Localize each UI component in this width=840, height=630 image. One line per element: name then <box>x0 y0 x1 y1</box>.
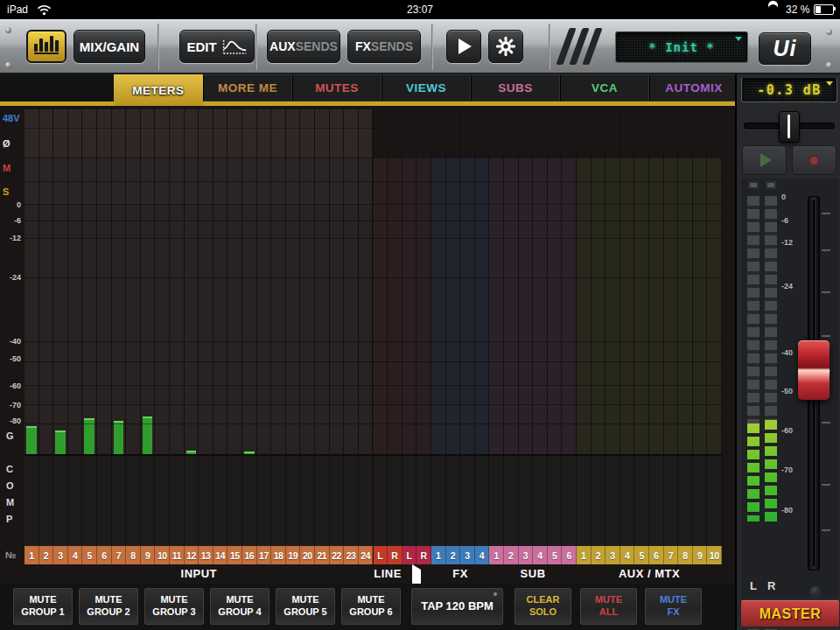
comp-zone <box>315 454 329 546</box>
screw-icon <box>826 29 832 35</box>
tab-automix[interactable]: AUTOMIX <box>649 74 738 102</box>
indicator-cell <box>112 181 126 205</box>
button-label: MUTE <box>94 594 122 606</box>
tab-mutes[interactable]: MUTES <box>292 74 382 102</box>
level-meter-zone <box>707 204 721 454</box>
player-play-button[interactable] <box>446 30 481 63</box>
mute-group-1-button[interactable]: MUTEGROUP 1 <box>13 588 73 625</box>
indicator-cell <box>126 158 140 182</box>
level-meter-zone <box>533 204 547 454</box>
master-strip: -0.3 dB 0-6-12-24-40-50-60-70-80151020LR… <box>735 74 840 630</box>
aux-sends-button[interactable]: AUXSENDS <box>267 30 340 63</box>
level-meter-zone <box>53 204 67 454</box>
play-icon <box>458 38 472 54</box>
settings-button[interactable] <box>488 30 523 63</box>
rail-db--50: -50 <box>0 354 21 363</box>
mute-group-6-button[interactable]: MUTEGROUP 6 <box>341 588 401 625</box>
channel-number-input-20: 20 <box>300 546 315 564</box>
comp-zone <box>649 454 663 546</box>
mute-group-3-button[interactable]: MUTEGROUP 3 <box>144 588 204 625</box>
tab-subs[interactable]: SUBS <box>471 74 560 102</box>
indicator-cell <box>300 109 314 129</box>
section-label-input: INPUT <box>150 567 247 580</box>
channel-number-input-15: 15 <box>228 546 242 564</box>
meter-column-input-4 <box>68 109 83 546</box>
rail-db--60: -60 <box>0 382 21 390</box>
meter-column-fx-3 <box>460 109 475 546</box>
indicator-cell <box>228 158 242 182</box>
channel-number-input-8: 8 <box>126 546 141 564</box>
comp-zone <box>24 454 38 546</box>
battery-percent: 32 % <box>786 4 809 16</box>
tap-tempo-button[interactable]: TAP 120 BPM <box>411 588 503 625</box>
mute-group-2-button[interactable]: MUTEGROUP 2 <box>79 588 138 625</box>
master-db--80: -80 <box>781 506 793 514</box>
master-level-display[interactable]: -0.3 dB <box>741 77 837 102</box>
master-select-button[interactable]: MASTER <box>741 600 839 626</box>
meters-view-button[interactable] <box>26 30 66 63</box>
meter-column-input-7 <box>112 109 127 546</box>
tab-views[interactable]: VIEWS <box>382 74 471 102</box>
indicator-cell <box>39 128 53 158</box>
fx-sends-button[interactable]: FXSENDS <box>347 30 421 63</box>
indicator-cell <box>330 128 344 158</box>
mute-group-4-button[interactable]: MUTEGROUP 4 <box>210 588 270 625</box>
indicator-cell <box>126 109 140 129</box>
indicator-cell <box>620 158 634 182</box>
indicator-cell <box>97 128 111 158</box>
channel-number-sub-2: 2 <box>504 546 519 564</box>
record-button[interactable] <box>792 145 836 175</box>
pan-knob[interactable] <box>779 111 800 143</box>
channel-number-input-21: 21 <box>315 546 330 564</box>
mute-all-button[interactable]: MUTEALL <box>580 588 637 625</box>
level-meter-zone <box>620 204 634 454</box>
comp-zone <box>228 454 242 546</box>
indicator-cell <box>315 158 329 182</box>
meter-column-fx-2 <box>446 109 461 546</box>
level-meter-zone <box>228 204 242 454</box>
mute-group-5-button[interactable]: MUTEGROUP 5 <box>276 588 335 625</box>
rail-indicator-48V: 48V <box>3 113 20 123</box>
master-fader-handle[interactable] <box>798 340 830 400</box>
comp-zone <box>707 454 721 546</box>
channel-number-player-L: L <box>402 546 417 564</box>
preset-selector[interactable]: * Init * <box>615 32 748 63</box>
mute-fx-button[interactable]: MUTEFX <box>645 588 702 625</box>
mix-gain-button[interactable]: MIX/GAIN <box>74 30 145 63</box>
channel-number-aux-8: 8 <box>678 546 693 564</box>
channel-number-input-16: 16 <box>242 546 257 564</box>
indicator-cell <box>257 181 271 205</box>
meter-column-line-R <box>388 109 402 546</box>
meter-column-aux-7 <box>664 109 679 546</box>
clear-solo-button[interactable]: CLEARSOLO <box>514 588 571 625</box>
indicator-cell <box>242 109 256 129</box>
indicator-cell <box>68 109 82 129</box>
comp-zone <box>402 454 416 546</box>
level-meter-zone <box>489 204 503 454</box>
tab-vca[interactable]: VCA <box>560 74 649 102</box>
indicator-cell <box>24 109 38 129</box>
indicator-cell <box>533 158 547 182</box>
channel-number-sub-3: 3 <box>519 546 534 564</box>
indicator-cell <box>155 128 169 158</box>
play-icon <box>760 153 772 167</box>
meter-column-input-13 <box>199 109 214 546</box>
comp-zone <box>416 454 430 546</box>
indicator-cell <box>141 109 155 129</box>
meter-column-input-8 <box>126 109 141 546</box>
record-play-button[interactable] <box>742 145 787 175</box>
tab-more-me[interactable]: MORE ME <box>203 74 292 102</box>
channel-number-aux-1: 1 <box>577 546 592 564</box>
edit-button[interactable]: EDIT <box>179 30 255 63</box>
master-db--40: -40 <box>781 348 793 357</box>
comp-zone <box>431 454 445 546</box>
comp-zone <box>53 454 67 546</box>
bottom-button-bar: TAP 120 BPM CLEARSOLO MUTEALL MUTEFX MUT… <box>0 584 735 630</box>
comp-zone <box>678 454 692 546</box>
indicator-cell <box>199 181 213 205</box>
eq-curve-icon <box>221 37 248 56</box>
tab-meters[interactable]: METERS <box>114 74 203 106</box>
indicator-cell <box>82 181 96 205</box>
fader-tick <box>822 484 830 486</box>
comp-zone <box>504 454 518 546</box>
